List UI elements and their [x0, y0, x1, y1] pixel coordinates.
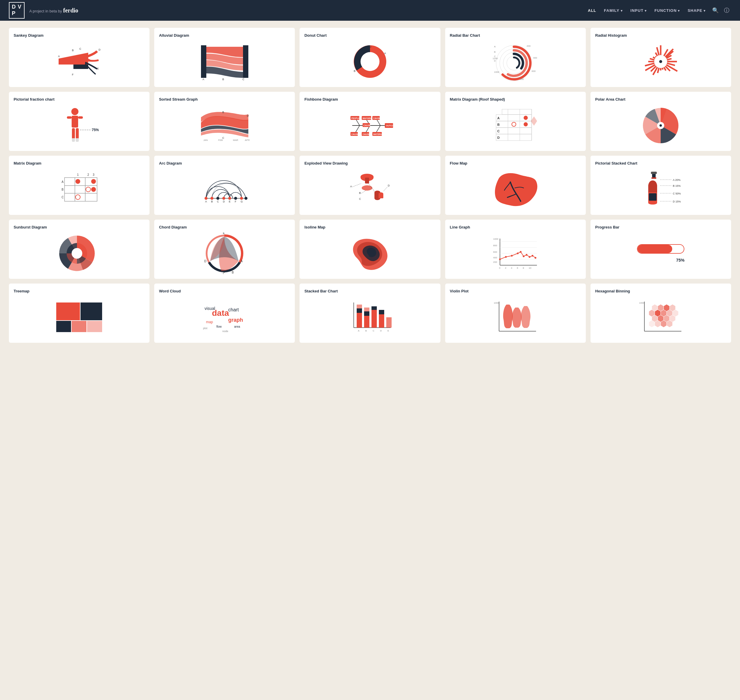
card-progress-bar[interactable]: Progress Bar 75%	[590, 220, 731, 279]
chart-hex-bin: 1000	[595, 296, 727, 338]
svg-text:A: A	[494, 45, 496, 48]
svg-rect-63	[67, 116, 72, 119]
card-exploded[interactable]: Exploded View Drawing	[300, 156, 440, 215]
svg-text:FEB: FEB	[218, 139, 223, 141]
svg-rect-172	[652, 177, 656, 179]
svg-point-212	[532, 255, 533, 257]
svg-text:D: D	[369, 45, 371, 48]
card-sorted-stream[interactable]: Sorted Stream Graph B D C JAN FEB MAR AP…	[154, 92, 295, 151]
card-title-exploded: Exploded View Drawing	[304, 161, 435, 165]
card-arc[interactable]: Arc Diagram	[154, 156, 295, 215]
card-radial-bar[interactable]: Radial Bar Chart	[445, 28, 586, 87]
card-treemap[interactable]: Treemap	[9, 284, 150, 343]
svg-text:1: 1	[77, 173, 79, 176]
svg-text:C: C	[223, 272, 225, 274]
svg-text:B: B	[72, 49, 74, 52]
svg-text:G: G	[241, 200, 243, 203]
card-title-pictorial-fraction: Pictorial fraction chart	[13, 97, 145, 101]
svg-text:200: 200	[527, 45, 531, 47]
chart-progress-bar: 75%	[595, 232, 727, 274]
nav-all[interactable]: ALL	[585, 6, 599, 15]
chart-sorted-stream: B D C JAN FEB MAR APR	[159, 104, 290, 146]
card-hex-bin[interactable]: Hexagonal Binning 1000	[590, 284, 731, 343]
svg-text:A: A	[203, 78, 204, 81]
chart-radial-bar: 200 400 600 800 1000 1200 A B C D	[450, 41, 581, 82]
nav-input[interactable]: INPUT	[628, 6, 650, 15]
svg-point-118	[659, 124, 662, 127]
nav-family[interactable]: FAMILY	[601, 6, 626, 15]
svg-rect-230	[357, 313, 362, 328]
logo-line2: P	[12, 10, 22, 17]
chart-chord: E A D C B	[159, 232, 290, 274]
card-title-violin: Violin Plot	[450, 289, 581, 293]
svg-text:1000: 1000	[639, 301, 644, 304]
nav-function[interactable]: FUNCTION	[652, 6, 683, 15]
card-isoline[interactable]: Isoline Map	[300, 220, 440, 279]
card-word-cloud[interactable]: Word Cloud data chart visual map graph f…	[154, 284, 295, 343]
card-matrix[interactable]: Matrix Diagram 1 2 3 A B	[9, 156, 150, 215]
svg-text:map: map	[206, 320, 213, 324]
search-icon[interactable]: 🔍	[711, 5, 721, 15]
card-pictorial-fraction[interactable]: Pictorial fraction chart	[9, 92, 150, 151]
card-pictorial-stacked[interactable]: Pictorial Stacked Chart	[590, 156, 731, 215]
card-violin[interactable]: Violin Plot 1000	[445, 284, 586, 343]
svg-text:400: 400	[493, 256, 497, 259]
svg-point-213	[535, 257, 536, 259]
svg-rect-159	[379, 194, 383, 198]
svg-text:D 15%: D 15%	[673, 200, 681, 203]
svg-text:F: F	[72, 73, 74, 76]
card-donut[interactable]: Donut Chart D A B	[300, 28, 440, 87]
svg-text:A: A	[58, 55, 60, 58]
card-chord[interactable]: Chord Diagram E A D	[154, 220, 295, 279]
card-alluvial[interactable]: Alluvial Diagram A B C	[154, 28, 295, 87]
svg-text:C: C	[62, 196, 64, 199]
svg-text:OUTCOME: OUTCOME	[386, 125, 397, 127]
svg-line-84	[355, 125, 360, 133]
svg-text:A: A	[358, 329, 360, 332]
card-flow-map[interactable]: Flow Map	[445, 156, 586, 215]
svg-line-48	[662, 68, 663, 69]
svg-rect-236	[371, 310, 377, 328]
svg-text:75%: 75%	[92, 128, 99, 132]
svg-point-115	[512, 122, 516, 126]
svg-rect-171	[651, 172, 657, 174]
svg-line-50	[658, 68, 659, 73]
header: D V P A project in beta by ferdio ALL FA…	[0, 0, 740, 21]
svg-rect-235	[364, 307, 369, 311]
progress-track	[637, 244, 684, 254]
svg-text:2: 2	[505, 267, 506, 269]
svg-rect-240	[386, 317, 391, 328]
chart-matrix-roof: A B C D	[450, 104, 581, 146]
svg-text:visual: visual	[204, 306, 215, 311]
svg-text:B: B	[62, 188, 64, 191]
svg-text:JAN: JAN	[203, 139, 208, 141]
card-title-flow-map: Flow Map	[450, 161, 581, 165]
logo[interactable]: D V P	[9, 2, 25, 18]
svg-text:1000: 1000	[494, 71, 499, 74]
card-sunburst[interactable]: Sunburst Diagram	[9, 220, 150, 279]
card-title-donut: Donut Chart	[304, 33, 435, 38]
card-sankey[interactable]: Sankey Diagram A B	[9, 28, 150, 87]
svg-point-205	[505, 256, 507, 258]
svg-text:C: C	[494, 55, 496, 58]
card-radial-hist[interactable]: Radial Histogram /* bars rendered below …	[590, 28, 731, 87]
svg-text:D: D	[204, 260, 206, 263]
svg-point-154	[362, 185, 372, 191]
card-matrix-roof[interactable]: Matrix Diagram (Roof Shaped) A	[445, 92, 586, 151]
card-stacked-bar[interactable]: Stacked Bar Chart	[300, 284, 440, 343]
svg-text:MATERIALS: MATERIALS	[373, 133, 385, 135]
svg-text:APR: APR	[245, 139, 250, 141]
svg-point-207	[517, 253, 519, 254]
card-title-word-cloud: Word Cloud	[159, 289, 290, 293]
svg-point-143	[244, 197, 247, 200]
card-polar-area[interactable]: Polar Area Chart	[590, 92, 731, 151]
card-line-graph[interactable]: Line Graph 1000 800 600 400 200 0 2 4 6	[445, 220, 586, 279]
svg-rect-237	[371, 306, 377, 310]
svg-text:600: 600	[493, 251, 497, 253]
nav-shape[interactable]: SHAPE	[685, 6, 709, 15]
info-icon[interactable]: ⓘ	[722, 5, 731, 16]
card-fishbone[interactable]: Fishbone Diagram OUTCOME	[300, 92, 440, 151]
chart-pictorial-fraction: 75%	[13, 104, 145, 146]
svg-text:E: E	[229, 200, 231, 203]
card-title-matrix-roof: Matrix Diagram (Roof Shaped)	[450, 97, 581, 101]
